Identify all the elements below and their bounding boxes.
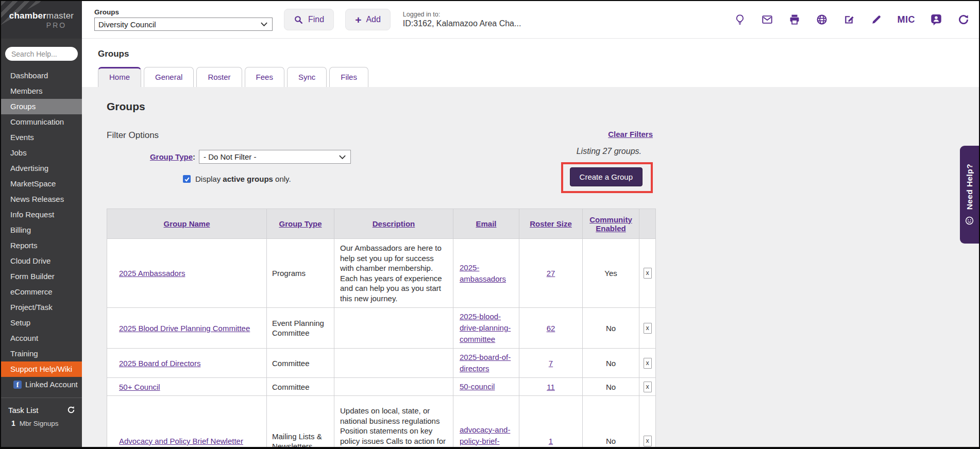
help-search-input[interactable] [11,50,72,58]
group-name-link[interactable]: 2025 Board of Directors [119,359,200,368]
group-type-cell: Committee [267,349,334,378]
sort-link-roster-size[interactable]: Roster Size [530,219,572,228]
sidebar-item-label: Jobs [10,148,27,157]
checkmark-icon [184,176,190,182]
task-list-title: Task List [8,406,38,415]
sidebar-item-linked-account[interactable]: fLinked Account [1,377,82,392]
group-email-link[interactable]: advocacy-and-policy-brief-newletter [460,425,510,447]
group-name-cell: 50+ Council [107,378,267,396]
checkbox-label-pre: Display [195,175,223,183]
task-list-item[interactable]: 1Mbr Signups [8,419,76,427]
group-name-link[interactable]: Advocacy and Policy Brief Newletter [119,437,243,445]
group-email-link[interactable]: 2025-ambassadors [460,263,506,283]
sort-link-group-name[interactable]: Group Name [163,219,210,228]
roster-size-link[interactable]: 7 [549,359,553,368]
sidebar-item-members[interactable]: Members [1,83,82,99]
sidebar-item-cloud-drive[interactable]: Cloud Drive [1,253,82,269]
group-type-cell: Event Planning Committee [267,308,334,349]
lightbulb-icon[interactable] [734,13,746,26]
page-title: Groups [98,49,979,59]
sort-link-email[interactable]: Email [476,219,496,228]
group-email-link[interactable]: 2025-blood-drive-planning-committee [460,312,511,343]
sidebar-item-dashboard[interactable]: Dashboard [1,68,82,83]
sidebar-item-communication[interactable]: Communication [1,114,82,130]
sidebar-item-support-help-wiki[interactable]: Support Help/Wiki [1,361,82,377]
group-name-link[interactable]: 2025 Blood Drive Planning Committee [119,324,250,333]
clear-filters-link[interactable]: Clear Filters [608,130,653,139]
tab-roster[interactable]: Roster [196,67,242,87]
group-name-link[interactable]: 50+ Council [119,383,160,391]
remove-group-button[interactable]: x [644,358,652,369]
finder-select[interactable]: Diversity Council [94,18,273,31]
sort-link-description[interactable]: Description [373,219,415,228]
sidebar-item-label: Groups [10,102,36,111]
mic-link[interactable]: MIC [898,14,916,25]
edit-square-icon[interactable] [843,13,855,26]
display-active-groups-checkbox[interactable] [183,175,191,183]
tab-fees[interactable]: Fees [245,67,284,87]
sidebar-item-account[interactable]: Account [1,331,82,346]
sidebar-item-project-task[interactable]: Project/Task [1,300,82,315]
printer-icon[interactable] [788,13,801,26]
sidebar-item-ecommerce[interactable]: eCommerce [1,284,82,300]
sidebar-item-label: Events [10,133,34,142]
need-help-label: Need Help? [965,164,974,210]
create-a-group-button[interactable]: Create a Group [570,167,643,186]
listing-count-text: Listing 27 groups. [577,147,641,156]
remove-group-button[interactable]: x [644,382,652,392]
tab-home[interactable]: Home [98,67,141,87]
refresh-icon[interactable] [957,13,970,26]
annotation-highlight-box: Create a Group [561,162,653,193]
group-email-link[interactable]: 2025-board-of-directors [460,353,511,373]
globe-icon[interactable] [816,13,828,26]
remove-group-button[interactable]: x [644,323,652,334]
roster-size-link[interactable]: 1 [549,437,553,445]
remove-cell: x [639,378,656,396]
group-type-label-link[interactable]: Group Type [150,152,193,161]
sidebar-item-setup[interactable]: Setup [1,315,82,331]
add-button[interactable]: + Add [345,9,391,30]
remove-group-button[interactable]: x [644,268,652,279]
sidebar-item-marketspace[interactable]: MarketSpace [1,176,82,192]
table-row: 50+ CouncilCommittee50-council11Nox [107,378,656,396]
sort-link-group-type[interactable]: Group Type [279,219,322,228]
sidebar-item-training[interactable]: Training [1,346,82,361]
roster-size-link[interactable]: 11 [547,383,555,391]
sidebar-item-label: Setup [10,318,30,327]
remove-cell: x [639,308,656,349]
remove-group-button[interactable]: x [644,436,652,446]
sidebar-item-form-builder[interactable]: Form Builder [1,269,82,284]
find-button[interactable]: Find [284,9,334,30]
sidebar-item-billing[interactable]: Billing [1,222,82,238]
tab-files[interactable]: Files [329,67,368,87]
sidebar-item-news-releases[interactable]: News Releases [1,192,82,207]
envelope-icon[interactable] [761,13,773,26]
group-type-select[interactable]: - Do Not Filter - [199,150,351,164]
sidebar-item-advertising[interactable]: Advertising [1,161,82,176]
need-help-tab[interactable]: Need Help? [960,146,979,244]
sort-link-community-enabled[interactable]: Community Enabled [589,215,632,233]
roster-size-link[interactable]: 62 [547,324,555,333]
sidebar-item-label: Dashboard [10,71,48,80]
refresh-tasks-icon[interactable] [66,405,76,415]
group-name-cell: 2025 Blood Drive Planning Committee [107,308,267,349]
roster-size-link[interactable]: 27 [547,269,555,278]
chat-user-icon[interactable] [930,13,942,26]
help-search-box[interactable] [5,47,78,61]
tab-general[interactable]: General [144,67,194,87]
group-name-link[interactable]: 2025 Ambassadors [119,269,185,278]
tab-sync[interactable]: Sync [287,67,327,87]
brand-bold: chamber [9,11,46,21]
sidebar-item-info-request[interactable]: Info Request [1,207,82,222]
remove-cell: x [639,239,656,308]
sidebar-item-events[interactable]: Events [1,130,82,145]
search-icon [294,15,303,25]
group-email-link[interactable]: 50-council [460,382,495,391]
column-header-group-type: Group Type [267,209,334,239]
email-cell: 2025-blood-drive-planning-committee [453,308,519,349]
pencil-icon[interactable] [870,13,883,26]
sidebar-item-jobs[interactable]: Jobs [1,145,82,161]
sidebar-item-reports[interactable]: Reports [1,238,82,253]
group-type-cell: Programs [267,239,334,308]
sidebar-item-groups[interactable]: Groups [1,99,82,114]
